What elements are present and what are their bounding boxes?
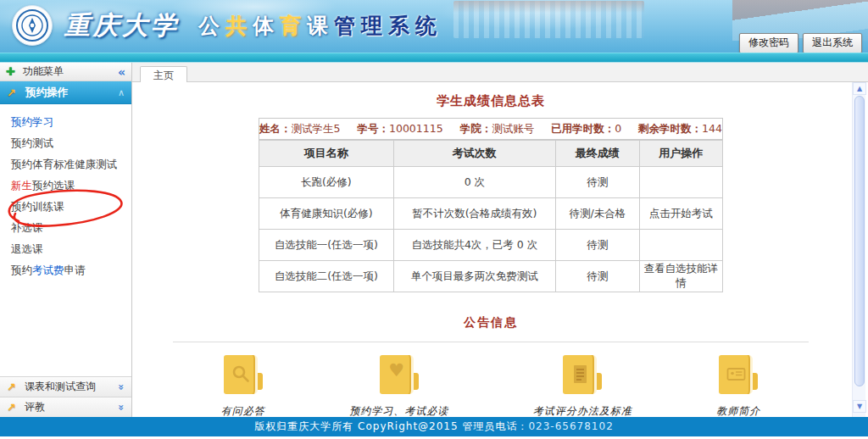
exam-count-cell: 单个项目最多两次免费测试 [393,261,555,292]
project-name-cell: 长跑(必修) [259,167,394,198]
announcement-label: 教师简介 [716,404,760,417]
arrow-icon: ↗ [7,401,16,414]
sidebar-section-label: 课表和测试查询 [25,380,96,394]
project-name-cell: 自选技能一(任选一项) [259,230,394,261]
project-name-cell: 体育健康知识(必修) [259,198,394,230]
announcement-title: 公告信息 [132,315,849,331]
grade-status-cell: 待测 [556,230,639,261]
start-exam-link[interactable]: 点击开始考试 [639,198,722,230]
info-value: 测试学生5 [292,122,341,135]
table-row: 体育健康知识(必修) 暂不计次数(合格成绩有效) 待测/未合格 点击开始考试 [259,198,723,230]
chevron-double-down-icon: » [115,384,127,391]
sidebar-section-evaluation[interactable]: ↗ 评教 » [0,397,131,417]
collapse-sidebar-icon[interactable]: « [118,65,125,79]
announcement-item-teacher-intro[interactable]: 教师简介 [716,355,760,417]
info-pair: 剩余学时数：144 [638,122,722,136]
folder-icon [561,355,604,394]
sidebar-item-reserve-exam-fee-application[interactable]: 预约考试费申请 [0,259,131,281]
info-label: 姓名： [259,122,292,135]
scrollbar-thumb[interactable] [854,96,865,386]
sidebar-item-reserve-study[interactable]: 预约学习 [0,111,131,132]
info-value: 0 [615,122,621,135]
sidebar-item-reserve-test[interactable]: 预约测试 [0,132,131,153]
column-header: 用户操作 [639,141,722,167]
action-cell [639,230,722,261]
announcement-row: 有问必答 ♥ 预约学习、考试必读 [132,355,849,417]
arrow-icon: ↗ [7,381,16,393]
sidebar-section-timetable-query[interactable]: ↗ 课表和测试查询 » [0,376,131,397]
arrow-icon: ↗ [7,86,16,99]
announcement-item-scoring-standards[interactable]: 考试评分办法及标准 [533,355,632,417]
info-pair: 学院：测试账号 [460,122,535,136]
info-value: 测试账号 [492,122,534,135]
university-name: 重庆大学 [64,8,180,43]
title-char: 体 [253,14,280,38]
sidebar-section-label: 预约操作 [25,86,68,100]
sidebar-item-reserve-fitness-standard-test[interactable]: 预约体育标准健康测试 [0,153,131,175]
scroll-down-arrow[interactable]: ▼ [853,400,866,413]
table-row: 自选技能二(任选一项) 单个项目最多两次免费测试 待测 查看自选技能详情 [259,261,723,292]
page-title: 学生成绩信息总表 [132,93,849,109]
sidebar-header: ✚ 功能菜单 « [0,63,131,81]
grade-status-cell: 待测/未合格 [556,198,639,230]
announcement-label: 有问必答 [221,404,265,417]
item-text: 预约选课 [32,179,75,192]
table-row: 长跑(必修) 0 次 待测 [259,167,723,198]
sidebar-item-reserve-training-course[interactable]: 预约训练课 [0,196,131,217]
heart-icon: ♥ [378,362,415,380]
header-building-decoration [453,1,644,38]
sidebar-item-supplementary-course[interactable]: 补选课 [0,217,131,238]
grades-table: 项目名称 考试次数 最终成绩 用户操作 长跑(必修) 0 次 待测 [259,140,723,292]
item-text: 申请 [64,264,86,276]
title-char: 课 [307,14,334,38]
student-info-bar: 姓名：测试学生5 学号：10001115 学院：测试账号 已用学时数：0 剩余学… [259,118,723,140]
footer: 版权归重庆大学所有 CopyRight@2015 管理员电话：023-65678… [0,417,868,436]
plus-icon: ✚ [6,65,15,78]
sidebar: ✚ 功能菜单 « ↗ 预约操作 ∧ 预约学习 预约测试 预约体育标准健康测试 新… [0,63,132,417]
title-char: 共 [225,14,253,38]
header-toolbar: 修改密码 退出系统 [739,33,862,53]
table-row: 自选技能一(任选一项) 自选技能共4次，已考 0 次 待测 [259,230,723,261]
column-header: 项目名称 [259,141,394,167]
chevron-double-down-icon: » [115,404,127,411]
copyright-text: 版权归重庆大学所有 CopyRight@2015 管理员电话： [254,420,528,432]
item-text: 预约 [11,264,32,276]
project-name-cell: 自选技能二(任选一项) [259,261,394,292]
vertical-scrollbar[interactable]: ▲ ▼ [852,82,865,417]
university-seal-logo [12,5,53,46]
info-value: 10001115 [389,122,443,135]
sidebar-item-drop-course[interactable]: 退选课 [0,238,131,259]
announcement-label: 预约学习、考试必读 [349,404,448,417]
column-header: 最终成绩 [556,141,639,167]
table-header-row: 项目名称 考试次数 最终成绩 用户操作 [259,141,723,167]
info-value: 144 [702,122,722,135]
sidebar-item-freshman-course-selection[interactable]: 新生预约选课 [0,175,131,196]
folder-icon [717,355,760,394]
document-icon [570,364,590,385]
title-char: 公 [198,14,225,38]
scroll-up-arrow[interactable]: ▲ [853,82,866,95]
main-content: 学生成绩信息总表 姓名：测试学生5 学号：10001115 学院：测试账号 已用… [132,82,868,417]
branding: 重庆大学 公共体育课管理系统 [12,5,442,46]
info-pair: 已用学时数：0 [551,122,621,136]
chevron-up-icon: ∧ [118,87,125,98]
admin-phone: 023-65678102 [528,420,613,432]
folder-icon: ♥ [378,355,420,394]
logout-button[interactable]: 退出系统 [803,33,862,53]
title-char: 育 [280,14,307,38]
content-column: 主页 学生成绩信息总表 姓名：测试学生5 学号：10001115 学院：测试账号… [132,63,868,417]
sidebar-header-label: 功能菜单 [23,64,64,79]
info-label: 剩余学时数： [638,122,702,135]
announcement-item-study-guide[interactable]: ♥ 预约学习、考试必读 [349,355,448,417]
idcard-icon [726,364,747,384]
search-icon [231,364,251,384]
action-cell [639,167,722,198]
exam-count-cell: 暂不计次数(合格成绩有效) [393,198,555,230]
exam-count-cell: 自选技能共4次，已考 0 次 [393,230,555,261]
change-password-button[interactable]: 修改密码 [739,33,798,53]
seal-emblem-icon [15,8,49,42]
sidebar-section-reservation-ops[interactable]: ↗ 预约操作 ∧ [0,81,131,104]
view-skill-details-link[interactable]: 查看自选技能详情 [639,261,722,292]
announcement-item-faq[interactable]: 有问必答 [221,355,265,417]
info-pair: 姓名：测试学生5 [259,122,340,136]
